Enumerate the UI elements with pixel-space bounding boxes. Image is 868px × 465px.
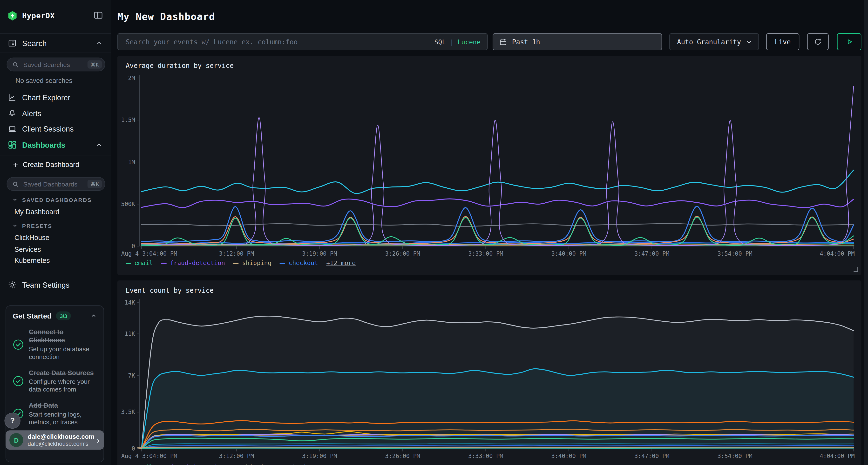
chart-legend: emailfraud-detectionshippingcheckout+12 … [126,260,355,267]
legend-item[interactable]: email [126,464,153,465]
chart-explorer-icon [8,93,17,102]
no-saved-searches-text: No saved searches [16,77,72,85]
x-tick-label: 3:12:00 PM [219,453,254,460]
help-button[interactable]: ? [4,413,21,429]
checklist-item-subtitle: Configure where your data comes from [29,378,97,394]
check-circle-icon [13,339,24,350]
user-email: dale@clickhouse.com [28,433,94,440]
legend-label: checkout [289,464,318,465]
query-language-toggle[interactable]: SQL|Lucene [434,38,480,45]
legend-more-link[interactable]: +12 more [326,464,355,465]
x-tick-label: 3:12:00 PM [219,250,254,257]
chart-title: Average duration by service [126,62,234,70]
legend-item[interactable]: shipping [234,464,272,465]
legend-swatch [161,263,166,264]
group-presets[interactable]: PRESETS [0,221,111,230]
granularity-select[interactable]: Auto Granularity [669,33,759,51]
saved-dashboards-input[interactable]: ⌘K [7,177,105,191]
saved-searches-field[interactable] [22,61,88,68]
gear-icon [8,280,17,289]
legend-label: fraud-detection [170,464,225,465]
chevron-down-icon [746,38,752,45]
brand-name: HyperDX [22,11,55,20]
y-tick-label: 7K [128,372,135,379]
legend-label: shipping [242,260,272,267]
bell-icon [8,109,17,118]
panel-resize-handle[interactable] [854,267,858,271]
x-tick-label: 3:19:00 PM [302,250,337,257]
x-tick-label: 3:26:00 PM [385,453,420,460]
line-chart[interactable]: 2M1.5M1M500K0Aug 4 3:04:00 PM3:12:00 PM3… [117,56,862,275]
run-query-button[interactable] [837,33,861,51]
chevron-down-icon [12,223,18,228]
x-tick-label: 3:54:00 PM [717,250,752,257]
sidebar-item-team-settings[interactable]: Team Settings [0,277,111,293]
saved-searches-input[interactable]: ⌘K [7,58,105,71]
sidebar-section-search[interactable]: Search [0,33,111,53]
refresh-button[interactable] [807,33,829,51]
user-org: dale@clickhouse.com's [28,440,94,447]
create-dashboard-button[interactable]: Create Dashboard [0,158,111,171]
sidebar-item-dashboards[interactable]: Dashboards [0,137,111,153]
page-title: My New Dashboard [117,11,215,22]
live-button[interactable]: Live [766,33,800,51]
x-tick-label: 4:04:00 PM [820,250,855,257]
line-chart[interactable]: 14K11K7K3.5K0Aug 4 3:04:00 PM3:12:00 PM3… [117,280,862,465]
checklist-item-add-data[interactable]: Add Data Start sending logs, metrics, or… [13,402,97,427]
sidebar-item-my-dashboard[interactable]: My Dashboard [14,208,60,215]
chevron-up-icon[interactable] [96,142,102,148]
user-menu[interactable]: D dale@clickhouse.com dale@clickhouse.co… [5,430,104,450]
legend-label: fraud-detection [170,260,225,267]
group-saved-dashboards[interactable]: SAVED DASHBOARDS [0,195,111,204]
play-icon [845,38,853,46]
y-tick-label: 0 [132,445,135,452]
checklist-item-title: Create Data Sources [29,369,97,377]
x-tick-label: 3:40:00 PM [551,453,586,460]
legend-item[interactable]: email [126,260,153,267]
legend-swatch [234,263,239,264]
sidebar-collapse-icon[interactable] [94,10,103,20]
y-tick-label: 2M [128,75,135,81]
legend-label: email [134,260,153,267]
divider [0,155,111,156]
x-tick-label: 3:19:00 PM [302,453,337,460]
sidebar-item-label: Dashboards [22,141,65,149]
search-icon [12,181,19,188]
chevron-right-icon: › [97,435,100,445]
legend-label: checkout [289,260,318,267]
x-tick-label: Aug 4 3:04:00 PM [121,453,177,460]
legend-item[interactable]: fraud-detection [161,464,225,465]
lucene-toggle[interactable]: Lucene [457,38,480,45]
saved-dashboards-field[interactable] [22,180,88,188]
page-scrollbar[interactable] [864,0,868,465]
event-search-field[interactable] [125,37,434,46]
chevron-up-icon[interactable] [90,312,97,319]
series-other-salmon [142,216,854,243]
legend-item[interactable]: shipping [234,260,272,267]
legend-item[interactable]: checkout [280,464,318,465]
sidebar-item-clickhouse[interactable]: ClickHouse [14,234,50,242]
y-tick-label: 1.5M [121,117,135,123]
legend-more-link[interactable]: +12 more [326,260,355,267]
sidebar-item-services[interactable]: Services [14,245,41,253]
sidebar-item-chart-explorer[interactable]: Chart Explorer [0,90,111,105]
y-tick-label: 3.5K [121,409,135,416]
sidebar-item-kubernetes[interactable]: Kubernetes [14,257,50,264]
legend-item[interactable]: fraud-detection [161,260,225,267]
time-range-picker[interactable]: Past 1h [493,33,662,51]
sql-toggle[interactable]: SQL [434,38,446,45]
checklist-item-connect[interactable]: Connect to ClickHouse Set up your databa… [13,328,97,361]
legend-swatch [126,263,131,264]
sidebar-item-label: Alerts [22,109,41,117]
chevron-down-icon [12,197,18,202]
event-search-input[interactable]: SQL|Lucene [117,33,488,51]
x-tick-label: 3:33:00 PM [468,250,503,257]
series-other-teal [142,246,854,246]
avatar: D [9,433,23,447]
chart-legend: emailfraud-detectionshippingcheckout+12 … [126,464,355,465]
chevron-up-icon[interactable] [96,40,102,46]
sidebar-item-alerts[interactable]: Alerts [0,106,111,121]
sidebar-item-client-sessions[interactable]: Client Sessions [0,121,111,137]
checklist-item-sources[interactable]: Create Data Sources Configure where your… [13,369,97,394]
legend-item[interactable]: checkout [280,260,318,267]
